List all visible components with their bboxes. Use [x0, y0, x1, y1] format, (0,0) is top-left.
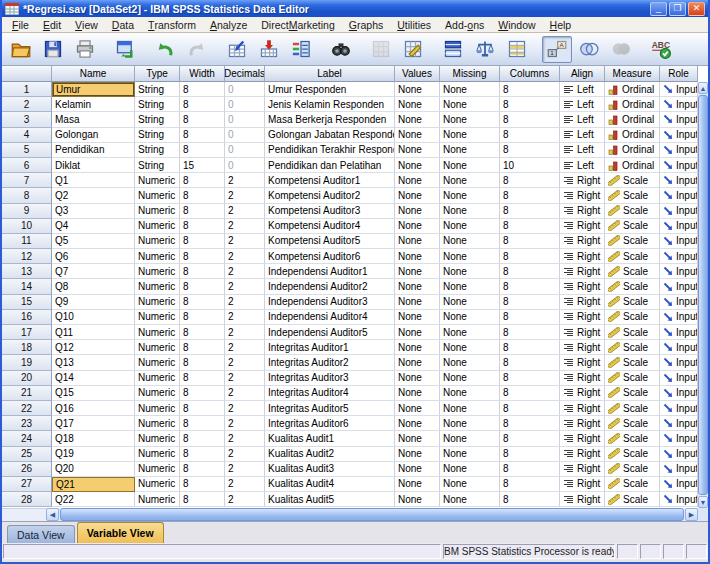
values-cell[interactable]: None [395, 355, 440, 370]
columns-cell[interactable]: 8 [500, 128, 560, 143]
align-cell[interactable]: Left [560, 128, 605, 143]
measure-cell[interactable]: Scale [605, 234, 660, 249]
measure-cell[interactable]: Scale [605, 219, 660, 234]
measure-cell[interactable]: Scale [605, 401, 660, 416]
values-cell[interactable]: None [395, 401, 440, 416]
measure-cell[interactable]: Scale [605, 188, 660, 203]
undo-button[interactable] [150, 36, 180, 63]
decimals-cell[interactable]: 2 [225, 188, 265, 203]
values-cell[interactable]: None [395, 188, 440, 203]
align-cell[interactable]: Right [560, 462, 605, 477]
type-cell[interactable]: Numeric [135, 173, 180, 188]
vertical-scroll-thumb[interactable] [698, 95, 708, 495]
decimals-cell[interactable]: 2 [225, 401, 265, 416]
role-cell[interactable]: Input [660, 295, 698, 310]
menu-item-file[interactable]: File [5, 17, 36, 32]
menu-item-view[interactable]: View [68, 17, 105, 32]
role-cell[interactable]: Input [660, 386, 698, 401]
missing-cell[interactable]: None [440, 143, 500, 158]
missing-cell[interactable]: None [440, 249, 500, 264]
width-cell[interactable]: 8 [180, 188, 225, 203]
label-cell[interactable]: Kompetensi Auditor2 [265, 188, 395, 203]
role-cell[interactable]: Input [660, 128, 698, 143]
width-cell[interactable]: 8 [180, 447, 225, 462]
name-cell[interactable]: Q9 [52, 295, 135, 310]
label-cell[interactable]: Integritas Auditor6 [265, 416, 395, 431]
values-cell[interactable]: None [395, 128, 440, 143]
label-cell[interactable]: Integritas Auditor4 [265, 386, 395, 401]
label-cell[interactable]: Independensi Auditor1 [265, 264, 395, 279]
name-cell[interactable]: Q6 [52, 249, 135, 264]
name-cell[interactable]: Q21 [52, 477, 135, 492]
type-cell[interactable]: Numeric [135, 340, 180, 355]
decimals-cell[interactable]: 2 [225, 447, 265, 462]
label-cell[interactable]: Masa Berkerja Responden [265, 112, 395, 127]
columns-cell[interactable]: 8 [500, 82, 560, 97]
name-cell[interactable]: Q17 [52, 416, 135, 431]
role-cell[interactable]: Input [660, 112, 698, 127]
scroll-up-button[interactable]: ▲ [698, 82, 708, 94]
measure-cell[interactable]: Scale [605, 264, 660, 279]
label-cell[interactable]: Kualitas Audit4 [265, 477, 395, 492]
values-cell[interactable]: None [395, 447, 440, 462]
missing-cell[interactable]: None [440, 447, 500, 462]
row-header[interactable]: 20 [2, 371, 52, 386]
values-cell[interactable]: None [395, 97, 440, 112]
vertical-scrollbar[interactable]: ▲ ▼ [698, 82, 708, 508]
missing-cell[interactable]: None [440, 295, 500, 310]
align-cell[interactable]: Left [560, 112, 605, 127]
scroll-left-button[interactable]: ◀ [46, 508, 59, 521]
type-cell[interactable]: Numeric [135, 325, 180, 340]
width-cell[interactable]: 8 [180, 431, 225, 446]
width-cell[interactable]: 8 [180, 82, 225, 97]
tab-data-view[interactable]: Data View [7, 525, 75, 543]
row-header[interactable]: 14 [2, 279, 52, 294]
decimals-cell[interactable]: 0 [225, 158, 265, 173]
type-cell[interactable]: Numeric [135, 249, 180, 264]
decimals-cell[interactable]: 2 [225, 279, 265, 294]
label-cell[interactable]: Integritas Auditor2 [265, 355, 395, 370]
measure-cell[interactable]: Scale [605, 355, 660, 370]
name-cell[interactable]: Q5 [52, 234, 135, 249]
missing-cell[interactable]: None [440, 371, 500, 386]
type-cell[interactable]: Numeric [135, 492, 180, 507]
values-cell[interactable]: None [395, 310, 440, 325]
width-cell[interactable]: 8 [180, 97, 225, 112]
row-header[interactable]: 21 [2, 386, 52, 401]
label-cell[interactable]: Independensi Auditor5 [265, 325, 395, 340]
align-cell[interactable]: Right [560, 310, 605, 325]
menu-item-data[interactable]: Data [105, 17, 141, 32]
role-cell[interactable]: Input [660, 219, 698, 234]
row-header[interactable]: 13 [2, 264, 52, 279]
row-header[interactable]: 25 [2, 447, 52, 462]
split-file-button[interactable] [438, 36, 468, 63]
name-cell[interactable]: Q18 [52, 431, 135, 446]
values-cell[interactable]: None [395, 82, 440, 97]
decimals-cell[interactable]: 2 [225, 340, 265, 355]
role-cell[interactable]: Input [660, 431, 698, 446]
row-header[interactable]: 22 [2, 401, 52, 416]
role-cell[interactable]: Input [660, 447, 698, 462]
label-cell[interactable]: Kompetensi Auditor4 [265, 219, 395, 234]
measure-cell[interactable]: Ordinal [605, 158, 660, 173]
role-cell[interactable]: Input [660, 97, 698, 112]
row-header[interactable]: 17 [2, 325, 52, 340]
row-header[interactable]: 7 [2, 173, 52, 188]
decimals-cell[interactable]: 2 [225, 234, 265, 249]
align-cell[interactable]: Right [560, 219, 605, 234]
missing-cell[interactable]: None [440, 128, 500, 143]
label-cell[interactable]: Kompetensi Auditor1 [265, 173, 395, 188]
missing-cell[interactable]: None [440, 204, 500, 219]
width-cell[interactable]: 8 [180, 310, 225, 325]
close-button[interactable]: ✕ [688, 2, 705, 16]
name-cell[interactable]: Q4 [52, 219, 135, 234]
role-cell[interactable]: Input [660, 279, 698, 294]
row-header[interactable]: 8 [2, 188, 52, 203]
width-cell[interactable]: 8 [180, 264, 225, 279]
row-header[interactable]: 11 [2, 234, 52, 249]
type-cell[interactable]: Numeric [135, 264, 180, 279]
align-cell[interactable]: Right [560, 264, 605, 279]
horizontal-scroll-thumb[interactable] [60, 508, 684, 521]
type-cell[interactable]: Numeric [135, 431, 180, 446]
decimals-cell[interactable]: 2 [225, 249, 265, 264]
